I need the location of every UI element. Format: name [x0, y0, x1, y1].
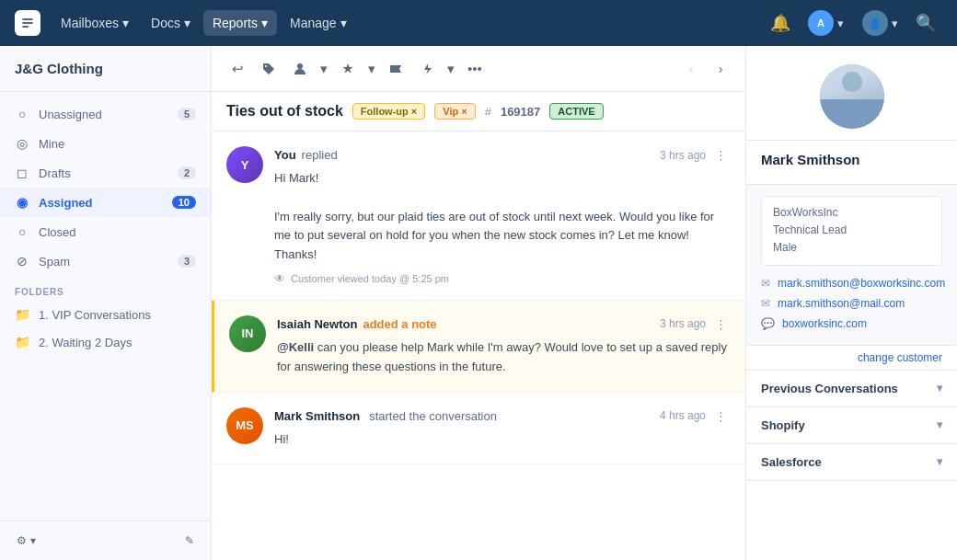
profile-icon: 👤	[862, 10, 888, 36]
sidebar-folder-waiting[interactable]: 📁 2. Waiting 2 Days	[0, 328, 211, 356]
status-dropdown-button[interactable]: ▾	[364, 54, 379, 84]
action-button[interactable]	[412, 54, 442, 84]
sidebar-item-closed[interactable]: ○ Closed	[0, 217, 211, 246]
prev-conversation-button[interactable]: ‹	[677, 55, 705, 83]
back-button[interactable]: ↩	[223, 54, 252, 84]
conversation-id-hash: #	[485, 105, 491, 119]
accordion-shopify: Shopify	[746, 407, 957, 444]
settings-button[interactable]: ⚙ ▾	[7, 529, 45, 553]
accordion-header-salesforce[interactable]: Salesforce	[746, 444, 957, 480]
messages-list: Y You replied 3 hrs ago ⋮ Hi Mark!I'm re…	[212, 131, 745, 560]
customer-company: BoxWorksInc	[773, 204, 930, 222]
mine-icon: ◎	[15, 136, 29, 151]
message-sender: Mark Smithson	[274, 409, 360, 423]
email-icon: ✉	[761, 277, 770, 290]
top-nav: Mailboxes ▾ Docs ▾ Reports ▾ Manage ▾ 🔔 …	[0, 0, 957, 46]
next-conversation-button[interactable]: ›	[707, 55, 734, 83]
sidebar: J&G Clothing ○ Unassigned 5 ◎ Mine ◻ Dra…	[0, 46, 212, 560]
avatar: IN	[229, 315, 266, 352]
message-text: Hi!	[274, 430, 731, 450]
more-options-button[interactable]: •••	[460, 54, 490, 84]
message-menu-button[interactable]: ⋮	[711, 407, 731, 425]
accordion-salesforce: Salesforce	[746, 444, 957, 481]
sidebar-item-spam[interactable]: ⊘ Spam 3	[0, 246, 211, 276]
followup-badge[interactable]: Follow-up ×	[352, 103, 425, 120]
vip-badge[interactable]: Vip ×	[434, 103, 475, 120]
accordion-previous-conversations: Previous Conversations	[746, 371, 957, 407]
customer-email-primary[interactable]: ✉ mark.smithson@boxworksinc.com	[761, 273, 942, 293]
customer-details: BoxWorksInc Technical Lead Male ✉ mark.s…	[746, 185, 957, 346]
user-avatar-button[interactable]: A ▾	[801, 6, 851, 40]
compose-button[interactable]: ✎	[176, 529, 203, 553]
message-text: @Kelli can you please help Mark while I'…	[277, 338, 731, 377]
right-panel: Mark Smithson BoxWorksInc Technical Lead…	[745, 46, 957, 560]
notification-bell-icon[interactable]: 🔔	[764, 6, 797, 40]
customer-email-secondary[interactable]: ✉ mark.smithson@mail.com	[761, 293, 942, 314]
conversation-header: Ties out of stock Follow-up × Vip × # 16…	[212, 92, 745, 131]
tag-button[interactable]	[254, 54, 283, 84]
sidebar-item-unassigned[interactable]: ○ Unassigned 5	[0, 99, 211, 129]
sidebar-bottom: ⚙ ▾ ✎	[0, 520, 211, 560]
drafts-icon: ◻	[15, 166, 29, 180]
customer-info: Mark Smithson	[746, 141, 957, 185]
message-footer: 👁 Customer viewed today @ 5:25 pm	[274, 272, 731, 285]
message-time: 4 hrs ago	[660, 409, 706, 422]
message-menu-button[interactable]: ⋮	[711, 315, 731, 333]
accordion-header-shopify[interactable]: Shopify	[746, 407, 957, 443]
toolbar: ↩ ▾ ▾ ▾	[212, 46, 745, 92]
svg-point-0	[297, 63, 303, 69]
logo[interactable]	[15, 10, 40, 36]
assigned-icon: ◉	[15, 195, 29, 210]
sidebar-item-assigned[interactable]: ◉ Assigned 10	[0, 188, 211, 217]
nav-mailboxes[interactable]: Mailboxes ▾	[52, 10, 138, 36]
message-header: Mark Smithson started the conversation 4…	[274, 407, 731, 425]
conversation-title: Ties out of stock	[226, 103, 343, 120]
profile-button[interactable]: 👤 ▾	[855, 6, 905, 40]
email-icon: ✉	[761, 297, 770, 310]
accordion-header-previous-conversations[interactable]: Previous Conversations	[746, 371, 957, 406]
message-content: Mark Smithson started the conversation 4…	[274, 407, 731, 450]
sidebar-nav: ○ Unassigned 5 ◎ Mine ◻ Drafts 2 ◉ Assig…	[0, 92, 211, 520]
message-action: replied	[302, 148, 338, 162]
customer-avatar	[820, 64, 884, 129]
customer-avatar-section	[746, 46, 957, 141]
customer-role: Technical Lead	[773, 222, 930, 239]
sidebar-item-drafts[interactable]: ◻ Drafts 2	[0, 158, 211, 188]
inbox-icon: ○	[15, 107, 29, 121]
change-customer-link[interactable]: change customer	[746, 346, 957, 371]
message-content: Isaiah Newton added a note 3 hrs ago ⋮ @…	[277, 315, 731, 377]
message-item: MS Mark Smithson started the conversatio…	[212, 393, 745, 465]
message-time: 3 hrs ago	[660, 317, 706, 330]
message-action: added a note	[363, 317, 436, 331]
avatar: MS	[226, 407, 263, 444]
message-time: 3 hrs ago	[660, 149, 706, 162]
settings-icon: ⚙	[17, 534, 27, 547]
nav-manage[interactable]: Manage ▾	[281, 10, 356, 36]
message-text: Hi Mark!I'm really sorry, but our plaid …	[274, 169, 731, 265]
avatar: Y	[226, 146, 263, 183]
action-dropdown-button[interactable]: ▾	[444, 54, 458, 84]
folder-icon: 📁	[15, 335, 29, 349]
label-button[interactable]	[381, 54, 410, 84]
assign-button[interactable]	[285, 54, 315, 84]
chevron-down-icon	[937, 418, 942, 431]
status-button[interactable]	[333, 54, 363, 84]
customer-website[interactable]: 💬 boxworksinc.com	[761, 314, 942, 334]
sidebar-folder-vip[interactable]: 📁 1. VIP Conversations	[0, 301, 211, 328]
avatar: A	[808, 10, 834, 36]
assign-dropdown-button[interactable]: ▾	[317, 54, 331, 84]
customer-name: Mark Smithson	[761, 152, 942, 167]
customer-gender: Male	[773, 239, 930, 257]
closed-icon: ○	[15, 224, 29, 239]
chat-icon: 💬	[761, 317, 775, 330]
message-menu-button[interactable]: ⋮	[711, 146, 731, 164]
sidebar-item-mine[interactable]: ◎ Mine	[0, 129, 211, 158]
main-layout: J&G Clothing ○ Unassigned 5 ◎ Mine ◻ Dra…	[0, 46, 957, 560]
message-sender: Isaiah Newton	[277, 317, 357, 331]
message-sender: You	[274, 148, 296, 162]
search-icon[interactable]: 🔍	[909, 6, 942, 40]
conversation-area: ↩ ▾ ▾ ▾	[212, 46, 745, 560]
eye-icon: 👁	[274, 272, 285, 285]
nav-docs[interactable]: Docs ▾	[142, 10, 200, 36]
nav-reports[interactable]: Reports ▾	[203, 10, 277, 36]
